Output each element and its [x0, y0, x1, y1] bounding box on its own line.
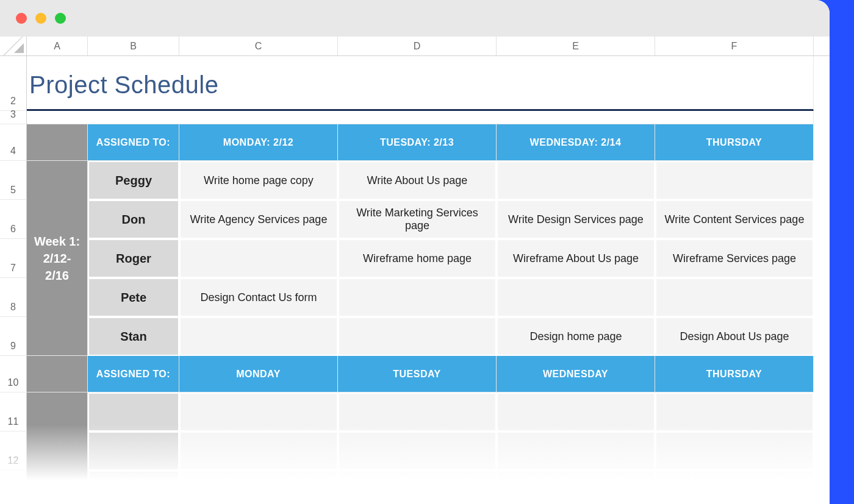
task-cell[interactable] [338, 278, 497, 317]
column-header[interactable]: D [338, 37, 497, 55]
assignee-cell[interactable]: Stan [88, 317, 179, 356]
assignee-cell[interactable] [88, 431, 179, 470]
task-cell[interactable] [179, 431, 338, 470]
week-corner[interactable] [27, 356, 88, 392]
task-cell[interactable] [179, 317, 338, 356]
title-bar [0, 0, 830, 37]
header-day[interactable]: WEDNESDAY [497, 356, 655, 392]
header-day[interactable]: WEDNESDAY: 2/14 [497, 124, 655, 161]
task-cell[interactable]: Write About Us page [338, 161, 497, 200]
task-cell[interactable]: Design Contact Us form [179, 278, 338, 317]
task-cell[interactable] [338, 317, 497, 356]
task-cell[interactable] [179, 239, 338, 278]
task-cell[interactable] [655, 392, 814, 431]
task-cell[interactable] [497, 278, 655, 317]
header-day[interactable]: TUESDAY [338, 356, 497, 392]
task-cell[interactable] [338, 431, 497, 470]
task-cell[interactable]: Wireframe home page [338, 239, 497, 278]
header-day[interactable]: THURSDAY [655, 124, 814, 161]
column-header[interactable]: B [88, 37, 179, 55]
task-cell[interactable] [338, 470, 497, 504]
page-title[interactable]: Project Schedule [27, 56, 814, 111]
column-header[interactable]: C [179, 37, 338, 55]
select-all-corner[interactable] [0, 37, 27, 55]
assignee-cell[interactable]: Pete [88, 278, 179, 317]
row-header[interactable]: 11 [0, 392, 27, 431]
task-cell[interactable] [655, 278, 814, 317]
row-header[interactable]: 9 [0, 317, 27, 356]
close-icon[interactable] [16, 13, 27, 24]
task-cell[interactable] [655, 431, 814, 470]
week-label[interactable]: Week 1: 2/12-2/16 [27, 161, 88, 356]
header-day[interactable]: MONDAY [179, 356, 338, 392]
minimize-icon[interactable] [35, 13, 46, 24]
header-day[interactable]: MONDAY: 2/12 [179, 124, 338, 161]
task-cell[interactable] [497, 161, 655, 200]
week-corner[interactable] [27, 124, 88, 161]
row-header[interactable]: 3 [0, 111, 27, 124]
week-label[interactable]: Week 2 [27, 392, 88, 504]
row-header[interactable]: 7 [0, 239, 27, 278]
task-cell[interactable]: Write home page copy [179, 161, 338, 200]
task-cell[interactable]: Design About Us page [655, 317, 814, 356]
task-cell[interactable]: Write Content Services page [655, 200, 814, 239]
cell[interactable] [27, 111, 814, 124]
app-window: A B C D E F 2 Project Schedule 3 4 ASSIG… [0, 0, 830, 504]
task-cell[interactable]: Write Agency Services page [179, 200, 338, 239]
task-cell[interactable]: Wireframe About Us page [497, 239, 655, 278]
task-cell[interactable]: Design home page [497, 317, 655, 356]
task-cell[interactable] [497, 470, 655, 504]
assignee-cell[interactable]: Peggy [88, 161, 179, 200]
task-cell[interactable]: Write Marketing Services page [338, 200, 497, 239]
task-cell[interactable] [338, 392, 497, 431]
column-header[interactable]: E [497, 37, 655, 55]
task-cell[interactable] [179, 470, 338, 504]
header-day[interactable]: THURSDAY [655, 356, 814, 392]
header-day[interactable]: TUESDAY: 2/13 [338, 124, 497, 161]
task-cell[interactable] [655, 161, 814, 200]
row-header[interactable]: 5 [0, 161, 27, 200]
task-cell[interactable]: Write Design Services page [497, 200, 655, 239]
row-header[interactable]: 6 [0, 200, 27, 239]
column-header[interactable]: A [27, 37, 88, 55]
row-header[interactable]: 4 [0, 124, 27, 161]
assignee-cell[interactable] [88, 470, 179, 504]
header-assigned-to[interactable]: ASSIGNED TO: [88, 356, 179, 392]
row-header[interactable]: 8 [0, 278, 27, 317]
task-cell[interactable] [179, 392, 338, 431]
column-headers: A B C D E F [0, 37, 830, 56]
row-header[interactable]: 13 [0, 470, 27, 504]
row-header[interactable]: 10 [0, 356, 27, 392]
assignee-cell[interactable]: Roger [88, 239, 179, 278]
column-header[interactable]: F [655, 37, 814, 55]
assignee-cell[interactable]: Don [88, 200, 179, 239]
assignee-cell[interactable] [88, 392, 179, 431]
row-header[interactable]: 2 [0, 56, 27, 111]
spreadsheet: A B C D E F 2 Project Schedule 3 4 ASSIG… [0, 37, 830, 504]
row-header[interactable]: 12 [0, 431, 27, 470]
header-assigned-to[interactable]: ASSIGNED TO: [88, 124, 179, 161]
task-cell[interactable]: Wireframe Services page [655, 239, 814, 278]
task-cell[interactable] [655, 470, 814, 504]
task-cell[interactable] [497, 431, 655, 470]
maximize-icon[interactable] [55, 13, 66, 24]
grid: 2 Project Schedule 3 4 ASSIGNED TO: MOND… [0, 56, 830, 504]
task-cell[interactable] [497, 392, 655, 431]
